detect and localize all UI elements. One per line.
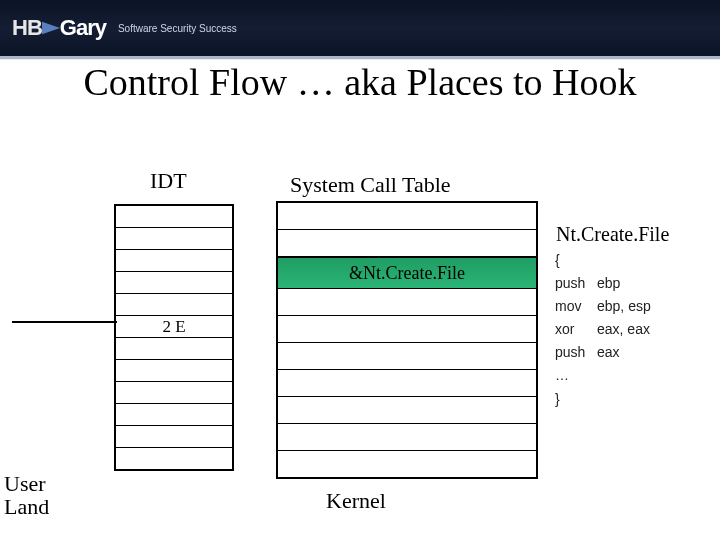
- idt-row: 2 E: [116, 316, 232, 338]
- header-bar: HBGary Software Security Success: [0, 0, 720, 59]
- idt-row: [116, 338, 232, 360]
- asm-op: mov: [555, 295, 597, 318]
- logo-tagline: Software Security Success: [118, 23, 237, 34]
- idt-table: 2 E: [114, 204, 234, 471]
- sct-label: System Call Table: [290, 172, 451, 198]
- idt-row: [116, 272, 232, 294]
- logo-hb: HB: [12, 15, 42, 40]
- sct-row: [278, 370, 536, 397]
- idt-label: IDT: [150, 168, 187, 194]
- asm-op: push: [555, 341, 597, 364]
- sct-row: [278, 424, 536, 451]
- asm-line: }: [555, 388, 651, 411]
- idt-row: [116, 294, 232, 316]
- asm-line: xoreax, eax: [555, 318, 651, 341]
- asm-op: xor: [555, 318, 597, 341]
- asm-arg: ebp, esp: [597, 298, 651, 314]
- svg-marker-0: [42, 22, 60, 35]
- kernel-label: Kernel: [326, 488, 386, 514]
- asm-arg: eax, eax: [597, 321, 650, 337]
- asm-line: pusheax: [555, 341, 651, 364]
- idt-row: [116, 382, 232, 404]
- asm-arg: ebp: [597, 275, 620, 291]
- idt-row: [116, 448, 232, 469]
- asm-op: push: [555, 272, 597, 295]
- asm-op: }: [555, 388, 597, 411]
- sct-row: [278, 289, 536, 316]
- slide-title: Control Flow … aka Places to Hook: [50, 60, 670, 106]
- asm-line: movebp, esp: [555, 295, 651, 318]
- asm-listing: {pushebpmovebp, espxoreax, eaxpusheax…}: [555, 249, 651, 411]
- sct-row-highlight: &Nt.Create.File: [278, 257, 536, 289]
- idt-row: [116, 250, 232, 272]
- idt-row: [116, 360, 232, 382]
- sct-row: [278, 316, 536, 343]
- userland-line1: User: [4, 471, 46, 496]
- sct-row: [278, 451, 536, 477]
- asm-line: pushebp: [555, 272, 651, 295]
- logo-text: HBGary: [12, 15, 106, 41]
- userland-label: User Land: [4, 472, 49, 518]
- logo-gary: Gary: [60, 15, 106, 40]
- asm-op: …: [555, 364, 597, 387]
- userland-line2: Land: [4, 494, 49, 519]
- sct-row: [278, 397, 536, 424]
- asm-line: …: [555, 364, 651, 387]
- asm-line: {: [555, 249, 651, 272]
- asm-op: {: [555, 249, 597, 272]
- sct-row: [278, 230, 536, 257]
- idt-row: [116, 426, 232, 448]
- idt-row: [116, 404, 232, 426]
- triangle-right-icon: [42, 21, 60, 35]
- idt-row: [116, 228, 232, 250]
- sct-row: [278, 343, 536, 370]
- idt-row: [116, 206, 232, 228]
- function-label: Nt.Create.File: [556, 223, 669, 246]
- sct-row: [278, 203, 536, 230]
- sct-table: &Nt.Create.File: [276, 201, 538, 479]
- brand-logo: HBGary Software Security Success: [12, 15, 237, 41]
- asm-arg: eax: [597, 344, 620, 360]
